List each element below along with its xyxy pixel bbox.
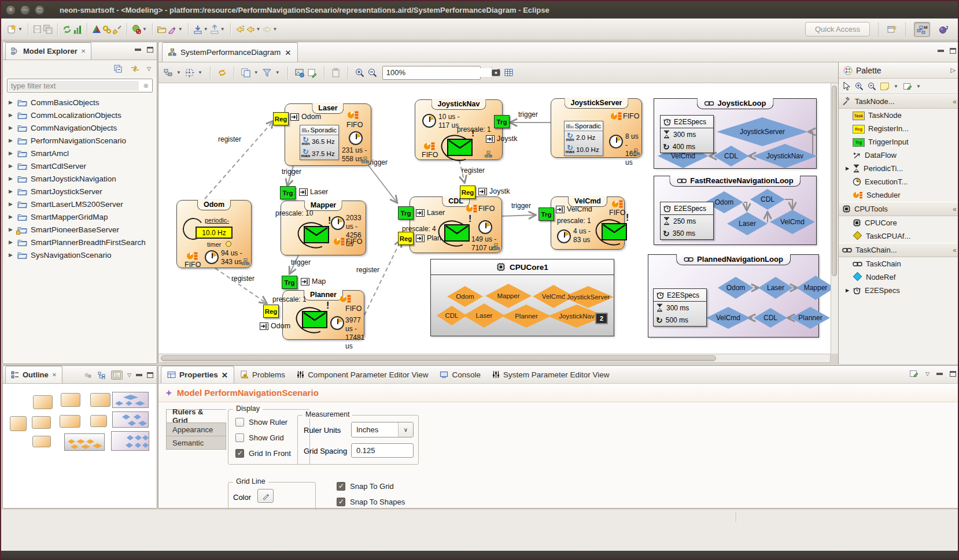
input-port[interactable]: Odom <box>290 113 321 121</box>
zoom-input[interactable] <box>383 68 492 77</box>
palette-zoom-in-icon[interactable] <box>854 81 864 91</box>
refresh-icon[interactable] <box>62 24 72 35</box>
chart-icon[interactable] <box>72 24 83 35</box>
sporadic-timing-box[interactable]: Sporadic ↻min2.0 Hz ↻max10.0 Hz <box>564 121 603 156</box>
props-tab-semantic[interactable]: Semantic <box>166 436 226 450</box>
open-perspective-icon[interactable] <box>887 24 897 35</box>
color-picker-button[interactable] <box>257 489 274 503</box>
tab-properties[interactable]: Properties✕ <box>161 366 234 383</box>
expand-arrow-icon[interactable]: ▶ <box>9 99 14 105</box>
register-badge[interactable]: Reg <box>273 112 289 125</box>
expand-arrow-icon[interactable]: ▶ <box>9 138 14 143</box>
register-badge[interactable]: Reg <box>398 232 414 245</box>
node-laser[interactable]: Laser Reg Odom Sporadic ↻min36.5 Hz ↻max… <box>285 103 371 166</box>
palette-item[interactable]: TaskTaskNode <box>839 109 959 122</box>
marker-dropdown[interactable]: ▼ <box>178 27 183 32</box>
register-badge[interactable]: Reg <box>460 186 475 199</box>
layout-dropdown[interactable]: ▼ <box>176 70 181 75</box>
perspective-java-button[interactable]: J <box>936 22 952 37</box>
tree-item[interactable]: ▶SmartAmcl <box>3 147 157 160</box>
node-planner[interactable]: Planner Trg Map prescale: 1 Reg Odom ! F… <box>282 290 364 340</box>
register-badge[interactable]: Reg <box>263 305 279 318</box>
palette-item[interactable]: TaskCPUAf... <box>839 229 959 243</box>
zoom-in-icon[interactable] <box>355 68 365 78</box>
maximize-view-icon[interactable] <box>950 371 956 377</box>
pin-group-icon[interactable]: « <box>953 205 957 213</box>
last-edit-icon[interactable] <box>235 24 245 35</box>
input-port[interactable]: Joystk <box>478 187 510 195</box>
message-envelope-icon[interactable] <box>304 226 329 243</box>
clear-filter-icon[interactable]: ⊗ <box>140 82 152 90</box>
filter-icon[interactable] <box>262 68 272 78</box>
new-wizard-dropdown[interactable]: ▼ <box>18 27 23 32</box>
export-icon[interactable] <box>209 24 220 35</box>
tab-problems[interactable]: Problems <box>234 366 291 383</box>
note-dropdown[interactable]: ▼ <box>894 84 898 89</box>
copy-dropdown[interactable]: ▼ <box>254 70 259 75</box>
palette-item[interactable]: TrgTriggerInput <box>839 135 959 149</box>
editor-vertical-scrollbar[interactable] <box>831 83 838 354</box>
expand-arrow-icon[interactable]: ▶ <box>9 163 14 169</box>
expand-arrow-icon[interactable]: ▶ <box>9 214 14 220</box>
palette-item[interactable]: ExecutionT... <box>839 175 959 188</box>
export-dropdown[interactable]: ▼ <box>220 27 225 32</box>
maximize-editor-icon[interactable] <box>950 48 956 54</box>
expand-arrow-icon[interactable]: ▶ <box>9 176 14 181</box>
palette-collapse-icon[interactable]: ▷ <box>951 66 956 74</box>
maximize-view-icon[interactable] <box>147 372 153 378</box>
new-wizard-icon[interactable] <box>7 24 17 35</box>
trigger-badge[interactable]: Trg <box>282 276 297 289</box>
palette-group-header[interactable]: TaskChain...« <box>839 243 959 257</box>
tree-item[interactable]: ▶CommNavigationObjects <box>3 121 157 134</box>
palette-zoom-out-icon[interactable] <box>867 81 876 91</box>
trigger-badge[interactable]: Trg <box>280 186 296 199</box>
minimize-view-icon[interactable] <box>135 49 141 51</box>
ruler-units-select[interactable]: Inches ∨ <box>351 422 414 437</box>
close-view-icon[interactable]: ✕ <box>222 370 228 380</box>
affinity-diamond[interactable]: Odom <box>447 286 483 307</box>
snap-to-grid-checkbox[interactable] <box>337 482 345 491</box>
affinity-diamond[interactable]: CDL <box>437 306 467 325</box>
node-joystickserver[interactable]: JoystickServer Sporadic ↻min2.0 Hz ↻max1… <box>551 98 642 158</box>
link-with-editor-icon[interactable] <box>130 65 140 73</box>
close-window-icon[interactable]: ✕ <box>6 5 16 15</box>
e2e-specs-box[interactable]: E2ESpecs 300 ms ↻500 ms <box>653 288 707 327</box>
tree-item[interactable]: ▶SmartJoystickServer <box>3 185 157 198</box>
new-representation-icon[interactable] <box>307 68 318 78</box>
maximize-view-icon[interactable] <box>147 47 153 53</box>
forward-icon[interactable] <box>262 24 272 35</box>
minimize-view-icon[interactable] <box>936 373 943 375</box>
input-port[interactable]: VelCmd <box>556 205 592 213</box>
grid-table-icon[interactable] <box>504 68 514 78</box>
expand-tool-icon[interactable]: ▶ <box>846 288 849 293</box>
palette-item[interactable]: CPUCore <box>839 216 959 229</box>
prism-icon[interactable] <box>91 24 102 35</box>
save-all-icon[interactable] <box>43 24 53 35</box>
export-image-icon[interactable] <box>294 68 305 78</box>
frequency-box[interactable]: 10.0 Hz <box>196 227 233 239</box>
validate-dropdown[interactable]: ▼ <box>142 27 147 32</box>
gears-icon[interactable] <box>102 24 112 35</box>
tree-item[interactable]: ▶CommBasicObjects <box>3 96 157 109</box>
back-icon[interactable] <box>245 24 256 35</box>
pin-group-icon[interactable]: « <box>953 246 957 254</box>
select-icon[interactable] <box>185 68 195 78</box>
trigger-badge[interactable]: Trg <box>538 207 554 221</box>
editor-tab[interactable]: SystemPerformanceDiagram ✕ <box>162 42 298 62</box>
palette-item[interactable]: Scheduler <box>839 188 959 202</box>
paste-icon[interactable] <box>331 68 341 78</box>
message-envelope-icon[interactable] <box>302 311 327 328</box>
tree-item[interactable]: ▶PerformNavigationScenario <box>3 134 157 147</box>
node-odom[interactable]: Odom periodic- 10.0 Hz timer FIFO 94 us … <box>176 200 252 268</box>
marker-icon[interactable] <box>167 24 178 35</box>
model-explorer-tab[interactable]: Model Explorer ✕ <box>5 42 91 60</box>
view-menu-icon[interactable]: ▽ <box>925 371 930 377</box>
input-port[interactable]: Laser <box>299 188 328 196</box>
props-tab-appearance[interactable]: Appearance <box>166 422 226 436</box>
input-port[interactable]: Joystk <box>486 135 517 143</box>
minimize-view-icon[interactable] <box>136 374 142 376</box>
filter-input[interactable] <box>9 81 139 91</box>
layout-icon[interactable] <box>163 68 174 78</box>
copy-appearance-icon[interactable] <box>241 68 251 78</box>
maximize-window-icon[interactable]: ▢ <box>35 5 45 15</box>
